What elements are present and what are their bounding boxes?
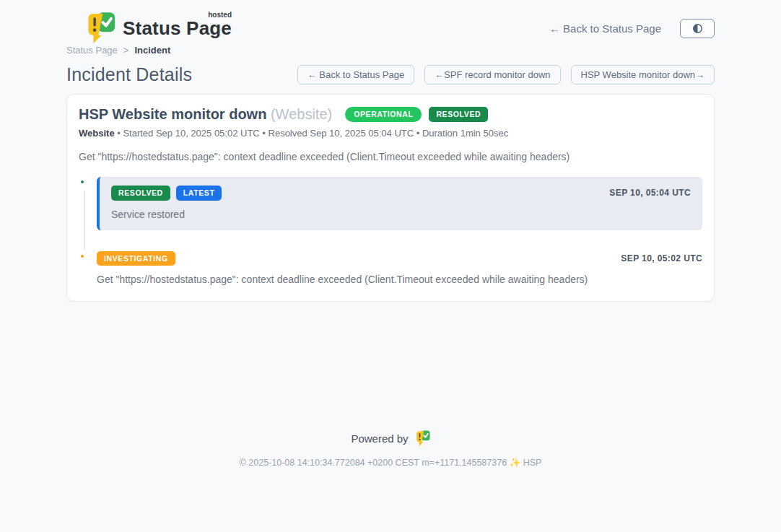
timeline-timestamp: SEP 10, 05:04 UTC bbox=[609, 188, 691, 198]
logo-brand-text: Status Page bbox=[123, 17, 232, 39]
incident-component-label: (Website) bbox=[271, 106, 332, 122]
operational-status-badge: OPERATIONAL bbox=[345, 107, 422, 122]
timeline-rail bbox=[79, 251, 97, 286]
back-to-status-page-button[interactable]: ← Back to Status Page bbox=[297, 65, 414, 84]
incident-card: HSP Website monitor down (Website) OPERA… bbox=[66, 94, 715, 302]
timeline-rail bbox=[79, 177, 97, 230]
powered-by-label: Powered by bbox=[351, 432, 408, 445]
breadcrumb-current: Incident bbox=[134, 45, 170, 56]
timeline-badge-latest: LATEST bbox=[176, 186, 222, 201]
timeline-message: Service restored bbox=[111, 209, 691, 220]
page-title: Incident Details bbox=[66, 64, 192, 85]
resolved-state-badge: RESOLVED bbox=[429, 107, 488, 122]
powered-by: Powered by bbox=[0, 430, 781, 447]
logo-superscript: hosted bbox=[208, 11, 232, 19]
timeline-connector-line bbox=[84, 191, 85, 249]
back-to-status-page-link[interactable]: ← Back to Status Page bbox=[549, 22, 661, 35]
incident-meta: Website • Started Sep 10, 2025 05:02 UTC… bbox=[79, 128, 702, 139]
incident-nav-buttons: ← Back to Status Page ←SPF record monito… bbox=[297, 65, 715, 84]
copyright-text: © 2025-10-08 14:10:34.772084 +0200 CEST … bbox=[0, 457, 781, 468]
timeline-message: Get "https://hostedstatus.page": context… bbox=[97, 274, 702, 285]
contrast-half-circle-icon bbox=[691, 22, 704, 35]
breadcrumb: Status Page > Incident bbox=[66, 45, 715, 56]
timeline-badge-investigating: INVESTIGATING bbox=[97, 251, 175, 266]
timeline-dot-resolved-icon bbox=[79, 178, 86, 186]
timeline-item-resolved: RESOLVED LATEST SEP 10, 05:04 UTC Servic… bbox=[79, 177, 702, 230]
timeline-badge-resolved: RESOLVED bbox=[111, 186, 170, 201]
timeline-item-investigating: INVESTIGATING SEP 10, 05:02 UTC Get "htt… bbox=[79, 251, 702, 286]
timeline-entry-initial: INVESTIGATING SEP 10, 05:02 UTC Get "htt… bbox=[97, 251, 702, 286]
breadcrumb-root-link[interactable]: Status Page bbox=[66, 45, 118, 56]
incident-timeline: RESOLVED LATEST SEP 10, 05:04 UTC Servic… bbox=[79, 177, 702, 285]
incident-title-text: HSP Website monitor down bbox=[79, 106, 266, 122]
status-page-logo-icon bbox=[85, 12, 115, 45]
timeline-timestamp: SEP 10, 05:02 UTC bbox=[621, 253, 702, 263]
theme-toggle-button[interactable] bbox=[680, 19, 715, 38]
prev-incident-button[interactable]: ←SPF record monitor down bbox=[424, 65, 560, 84]
timeline-entry-latest: RESOLVED LATEST SEP 10, 05:04 UTC Servic… bbox=[97, 177, 702, 230]
incident-title: HSP Website monitor down (Website) bbox=[79, 106, 332, 123]
incident-meta-component: Website bbox=[79, 128, 115, 139]
timeline-dot-investigating-icon bbox=[79, 253, 86, 260]
breadcrumb-separator: > bbox=[123, 45, 129, 56]
hsp-mini-logo-icon bbox=[415, 430, 430, 447]
next-incident-button[interactable]: HSP Website monitor down→ bbox=[571, 65, 715, 84]
logo[interactable]: hosted Status Page bbox=[85, 12, 232, 45]
header: hosted Status Page ← Back to Status Page bbox=[0, 0, 781, 45]
incident-description: Get "https://hostedstatus.page": context… bbox=[79, 151, 702, 162]
footer: Powered by © 2025-10-08 14:10:34.772084 … bbox=[0, 430, 781, 468]
incident-meta-dates: • Started Sep 10, 2025 05:02 UTC • Resol… bbox=[117, 128, 508, 139]
